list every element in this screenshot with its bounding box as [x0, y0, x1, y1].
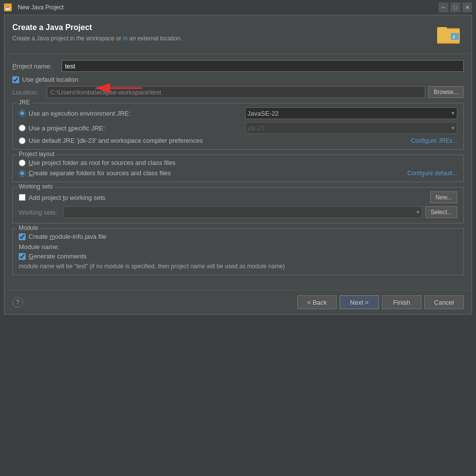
browse-button[interactable]: Browse...	[428, 86, 464, 98]
dialog-title: Create a Java Project	[12, 23, 436, 32]
working-sets-title: Working sets	[17, 183, 55, 190]
dialog-subtitle: Create a Java project in the workspace o…	[12, 35, 436, 42]
add-working-sets-label[interactable]: Add project to working sets	[29, 194, 105, 201]
generate-comments-row: Generate comments	[19, 253, 457, 260]
configure-jres-link[interactable]: Configure JREs...	[411, 137, 457, 144]
working-sets-select-wrapper	[63, 206, 422, 218]
maximize-button[interactable]: □	[450, 2, 460, 12]
dialog-header: Create a Java Project Create a Java proj…	[4, 15, 472, 54]
jre-default-radio[interactable]	[19, 137, 26, 144]
dialog-footer: ? < Back Next > Finish Cancel	[4, 290, 472, 314]
jre-default-label[interactable]: Use default JRE 'jdk-23' and workspace c…	[29, 137, 203, 144]
layout-separate-folders-label[interactable]: Create separate folders for sources and …	[29, 169, 171, 177]
jre-project-specific-select[interactable]: jdk-23	[245, 122, 458, 134]
jre-project-specific-label[interactable]: Use a project specific JRE:	[29, 125, 241, 132]
generate-comments-label[interactable]: Generate comments	[29, 253, 87, 260]
window-icon: ☕	[4, 3, 12, 11]
layout-option2-row: Create separate folders for sources and …	[19, 169, 457, 177]
project-name-input[interactable]	[62, 60, 464, 72]
dialog-icon: J	[436, 23, 464, 48]
jre-execution-env-radio[interactable]	[19, 110, 26, 117]
create-module-checkbox[interactable]	[19, 233, 26, 240]
next-button[interactable]: Next >	[340, 295, 379, 309]
jre-option1-row: Use an execution environment JRE: JavaSE…	[19, 107, 457, 119]
svg-text:J: J	[452, 34, 455, 39]
back-button[interactable]: < Back	[297, 295, 337, 309]
jre-group-title: JRE	[17, 99, 32, 106]
working-sets-input-row: Working sets: Select...	[19, 206, 457, 218]
create-module-label[interactable]: Create module-info.java file	[29, 233, 106, 240]
dialog-body: Project name: Use default location Locat…	[4, 54, 472, 286]
configure-default-link[interactable]: Configure default...	[408, 170, 457, 177]
working-sets-select	[63, 206, 422, 218]
subtitle-link[interactable]: in	[123, 35, 127, 42]
add-working-sets-checkbox[interactable]	[19, 194, 26, 201]
layout-option1-row: Use project folder as root for sources a…	[19, 159, 457, 166]
module-name-row: Module name:	[19, 243, 457, 251]
use-default-location-label[interactable]: Use default location	[22, 76, 78, 83]
module-group-title: Module	[17, 224, 40, 231]
dialog: Create a Java Project Create a Java proj…	[4, 15, 472, 315]
jre-execution-env-select[interactable]: JavaSE-22 JavaSE-21 JavaSE-17	[245, 107, 458, 119]
window-title: New Java Project	[18, 4, 63, 11]
use-default-location-row: Use default location	[12, 76, 464, 83]
jre-group: JRE Use an execution environment JRE: Ja…	[12, 103, 464, 150]
module-note: module name will be "test" (if no module…	[19, 263, 457, 270]
select-working-set-button[interactable]: Select...	[425, 206, 457, 218]
folder-icon: J	[436, 23, 461, 45]
layout-project-folder-label[interactable]: Use project folder as root for sources a…	[29, 159, 457, 166]
window-controls: ─ □ ✕	[439, 2, 472, 12]
cancel-button[interactable]: Cancel	[424, 295, 464, 309]
jre-option2-row: Use a project specific JRE: jdk-23	[19, 122, 457, 134]
close-button[interactable]: ✕	[462, 2, 472, 12]
help-button[interactable]: ?	[12, 297, 23, 308]
add-working-sets-checkbox-row: Add project to working sets	[19, 194, 427, 201]
subtitle-text2: an external location.	[127, 35, 182, 42]
project-layout-group: Project layout Use project folder as roo…	[12, 155, 464, 182]
project-name-row: Project name:	[12, 60, 464, 72]
jre-execution-env-label[interactable]: Use an execution environment JRE:	[29, 110, 241, 117]
use-default-location-checkbox[interactable]	[12, 76, 19, 83]
location-row: Location: Browse...	[12, 86, 464, 98]
create-module-row: Create module-info.java file	[19, 233, 457, 240]
project-name-label: Project name:	[12, 63, 62, 70]
working-sets-field-label: Working sets:	[19, 209, 63, 216]
jre-project-specific-select-wrapper: jdk-23	[245, 122, 458, 134]
jre-option3-row: Use default JRE 'jdk-23' and workspace c…	[19, 137, 457, 144]
subtitle-text1: Create a Java project in the workspace o…	[12, 35, 123, 42]
location-label: Location:	[12, 89, 47, 96]
jre-execution-env-select-wrapper: JavaSE-22 JavaSE-21 JavaSE-17	[245, 107, 458, 119]
new-working-set-button[interactable]: New...	[430, 191, 457, 203]
background-area	[0, 315, 476, 364]
module-group: Module Create module-info.java file Modu…	[12, 228, 464, 275]
layout-project-folder-radio[interactable]	[19, 159, 26, 166]
module-name-label: Module name:	[19, 243, 59, 251]
location-input	[47, 86, 425, 98]
title-bar: ☕ New Java Project ─ □ ✕	[0, 0, 476, 15]
generate-comments-checkbox[interactable]	[19, 253, 26, 260]
layout-separate-folders-radio[interactable]	[19, 170, 26, 177]
finish-button[interactable]: Finish	[382, 295, 421, 309]
add-working-sets-row: Add project to working sets New...	[19, 191, 457, 203]
working-sets-group: Working sets Add project to working sets…	[12, 187, 464, 223]
minimize-button[interactable]: ─	[439, 2, 448, 12]
project-layout-title: Project layout	[17, 151, 57, 158]
jre-project-specific-radio[interactable]	[19, 125, 26, 131]
